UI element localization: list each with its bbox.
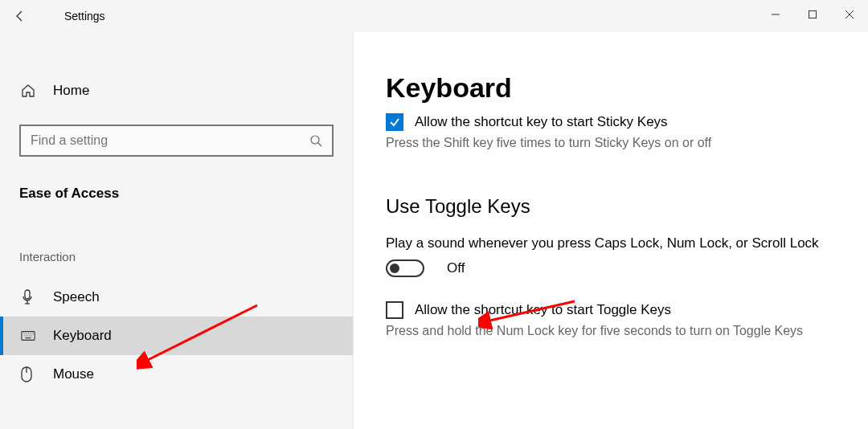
toggle-state-label: Off (447, 260, 465, 276)
sticky-keys-shortcut-checkbox[interactable] (386, 113, 403, 131)
keyboard-icon (21, 330, 35, 341)
window-title: Settings (40, 10, 105, 22)
svg-point-2 (311, 136, 319, 144)
sidebar: Home Ease of Access Interaction Speech K… (0, 32, 354, 429)
svg-rect-4 (25, 290, 30, 299)
microphone-icon (21, 289, 35, 305)
toggle-keys-toggle-row: Off (386, 259, 836, 277)
nav-label: Speech (53, 289, 100, 305)
titlebar: Settings (0, 0, 868, 32)
page-title: Keyboard (386, 72, 836, 104)
sidebar-item-speech[interactable]: Speech (0, 278, 353, 317)
checkbox-label: Allow the shortcut key to start Sticky K… (415, 114, 668, 130)
minimize-button[interactable] (757, 2, 794, 27)
main-panel: Keyboard Allow the shortcut key to start… (354, 32, 868, 429)
home-label: Home (53, 83, 89, 99)
nav-label: Keyboard (53, 328, 112, 344)
toggle-keys-helper: Press and hold the Num Lock key for five… (386, 324, 836, 338)
sticky-keys-shortcut-row: Allow the shortcut key to start Sticky K… (386, 113, 836, 131)
home-nav[interactable]: Home (0, 76, 353, 105)
svg-rect-7 (22, 332, 35, 341)
search-icon (309, 134, 322, 147)
sidebar-section-heading: Ease of Access (0, 186, 353, 211)
close-button[interactable] (831, 2, 868, 27)
toggle-knob (390, 264, 399, 273)
toggle-keys-shortcut-checkbox[interactable] (386, 301, 403, 319)
sidebar-group-interaction: Interaction (0, 211, 353, 278)
search-input[interactable] (31, 133, 309, 148)
back-button[interactable] (0, 0, 40, 32)
home-icon (21, 84, 35, 98)
toggle-keys-description: Play a sound whenever you press Caps Loc… (386, 235, 836, 251)
toggle-keys-switch[interactable] (386, 259, 424, 277)
mouse-icon (21, 366, 35, 382)
svg-rect-1 (809, 11, 817, 18)
nav-label: Mouse (53, 366, 94, 382)
window-controls (757, 5, 868, 27)
toggle-keys-heading: Use Toggle Keys (386, 195, 836, 218)
sticky-keys-helper: Press the Shift key five times to turn S… (386, 136, 836, 150)
search-box[interactable] (19, 125, 334, 157)
sidebar-item-keyboard[interactable]: Keyboard (0, 317, 353, 355)
maximize-button[interactable] (794, 2, 831, 27)
sidebar-item-mouse[interactable]: Mouse (0, 355, 353, 394)
svg-line-3 (318, 143, 321, 146)
checkbox-label: Allow the shortcut key to start Toggle K… (415, 302, 671, 318)
toggle-keys-shortcut-row: Allow the shortcut key to start Toggle K… (386, 301, 836, 319)
